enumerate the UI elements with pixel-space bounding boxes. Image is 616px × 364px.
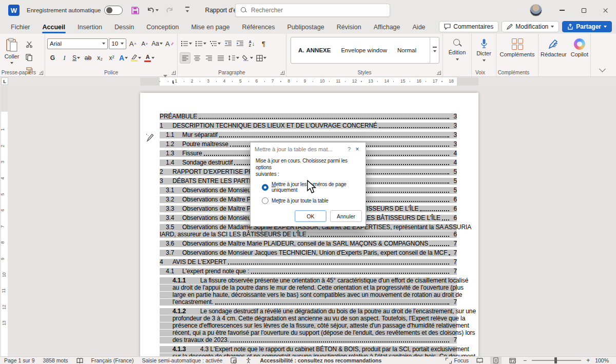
tab-dessin[interactable]: Dessin [109,21,140,34]
text-effects-button[interactable]: A [118,52,129,64]
minimize-button[interactable] [551,0,573,21]
toc-entry[interactable]: 1.1Mur séparatif3 [160,132,457,138]
zoom-out-button[interactable]: − [523,357,527,364]
shrink-font-button[interactable]: A˅ [139,38,150,49]
maximize-button[interactable] [573,0,594,21]
style-normal[interactable]: Normal [393,45,420,55]
dialog-close-icon[interactable]: × [353,146,361,153]
sort-button[interactable]: AZ ↓ [246,38,257,49]
radio-update-entire-table[interactable]: Mettre à jour toute la table [262,197,362,204]
print-layout-button[interactable] [490,357,502,364]
undo-button[interactable] [146,4,159,16]
grow-font-button[interactable]: A˄ [127,38,138,49]
search-bar[interactable] [235,4,390,17]
copy-icon[interactable] [24,52,34,63]
cut-icon[interactable] [24,38,34,50]
strikethrough-button[interactable]: ab [83,52,93,64]
paragraph-dialog-launcher[interactable] [280,71,284,75]
multilevel-list-button[interactable] [208,38,222,49]
share-button[interactable]: Partager [562,21,612,32]
tab-révision[interactable]: Révision [331,21,367,34]
zoom-level[interactable]: 100% [595,357,609,363]
decrease-indent-button[interactable] [223,38,234,49]
tab-mise-en-page[interactable]: Mise en page [185,21,235,34]
font-color-button[interactable]: A [143,52,156,64]
style-annexe[interactable]: A.ANNEXE [294,45,335,55]
autosave-toggle[interactable] [104,6,123,15]
shading-button[interactable] [241,52,254,64]
save-icon[interactable] [129,4,141,16]
undo-dropdown-icon[interactable] [156,9,159,13]
tab-affichage[interactable]: Affichage [368,21,406,34]
bold-button[interactable]: G [47,52,58,64]
editor-button[interactable]: Rédacteur [541,36,567,68]
toc-entry[interactable]: 3.6Observations de Maître Marie PLAIDEUR… [160,240,457,247]
accessibility-status[interactable]: Accessibilité : consultez nos recommanda… [260,357,381,363]
zoom-in-button[interactable]: + [586,357,590,364]
highlight-color-button[interactable] [130,52,142,64]
toc-entry[interactable]: 1DESCRIPTION TECHNIQUE DES LIEUX ET DE L… [160,123,457,129]
underline-button[interactable]: S [71,52,82,64]
change-case-button[interactable]: Aa [151,38,163,49]
addins-button[interactable]: Compléments [496,36,538,68]
word-count[interactable]: 3858 mots [43,357,68,363]
comments-button[interactable]: Commentaires [439,21,498,32]
language-indicator[interactable]: Français (France) [91,357,134,363]
find-button[interactable]: Édition [443,36,471,68]
tab-conception[interactable]: Conception [141,21,184,34]
toc-entry[interactable]: 4AVIS DE L'EXPERT7 [160,259,457,266]
toc-entry[interactable]: PRÉAMBULE3 [160,113,457,120]
tab-fichier[interactable]: Fichier [5,21,36,34]
horizontal-ruler[interactable]: 123456789101112131415161718 [140,77,478,86]
tab-accueil[interactable]: Accueil [37,21,71,34]
subscript-button[interactable]: x₂ [94,52,105,64]
macro-record-icon[interactable] [230,357,237,363]
radio-selected-icon[interactable] [262,184,268,191]
align-left-button[interactable] [180,52,190,64]
font-name-combo[interactable]: Arial [47,38,108,49]
focus-mode-button[interactable]: Focus [446,357,469,363]
tab-références[interactable]: Références [236,21,280,34]
borders-button[interactable] [255,52,267,64]
clear-formatting-button[interactable]: A [164,38,175,49]
toc-entry[interactable]: 4.1.2Le sondage destructif a révélé une … [160,308,457,343]
autocomplete-indicator[interactable]: Saisie semi-automatique : activée [142,357,222,363]
cancel-button[interactable]: Annuler [330,210,362,222]
vertical-ruler[interactable]: 12345678910111213 [1,86,8,356]
styles-gallery-more-icon[interactable] [430,37,439,63]
page-indicator[interactable]: Page 1 sur 9 [4,357,35,363]
increase-indent-button[interactable] [235,38,245,49]
tab-selector[interactable]: L [1,77,8,85]
show-formatting-button[interactable]: ¶ [258,38,269,49]
italic-button[interactable]: I [59,52,70,64]
align-center-button[interactable] [191,52,202,64]
dialog-help-icon[interactable]: ? [345,146,353,152]
toc-entry[interactable]: 4.1.34.3 L'Expert note que le rapport du… [160,346,457,356]
align-right-button[interactable] [203,52,214,64]
superscript-button[interactable]: x² [106,52,117,64]
font-size-combo[interactable]: 10 [109,38,126,49]
bullets-button[interactable] [180,38,193,49]
style-envelope-window[interactable]: Envelope window [337,45,391,55]
editing-mode-button[interactable]: Modification [502,21,559,32]
close-button[interactable] [594,0,616,21]
tab-publipostage[interactable]: Publipostage [281,21,330,34]
tab-aide[interactable]: Aide [407,21,431,34]
toc-entry[interactable]: 4.1L'expert prend note que :7 [160,268,457,275]
copilot-button[interactable]: Copilot [571,36,588,68]
zoom-slider-thumb[interactable] [554,357,557,363]
proofing-book-icon[interactable] [76,358,83,363]
web-layout-button[interactable] [507,357,518,364]
line-spacing-button[interactable] [227,52,240,64]
zoom-slider[interactable] [532,360,581,361]
margin-pen-icon[interactable] [144,132,155,143]
ok-button[interactable]: OK [295,210,326,222]
font-dialog-launcher[interactable] [171,71,176,75]
read-mode-button[interactable] [474,357,485,364]
numbering-button[interactable] [194,38,207,49]
clipboard-dialog-launcher[interactable] [39,71,43,75]
customize-quick-access-icon[interactable] [181,4,194,16]
dictate-button[interactable]: Dicter [472,36,496,68]
paste-dropdown-icon[interactable] [10,62,13,66]
tab-insertion[interactable]: Insertion [72,21,108,34]
